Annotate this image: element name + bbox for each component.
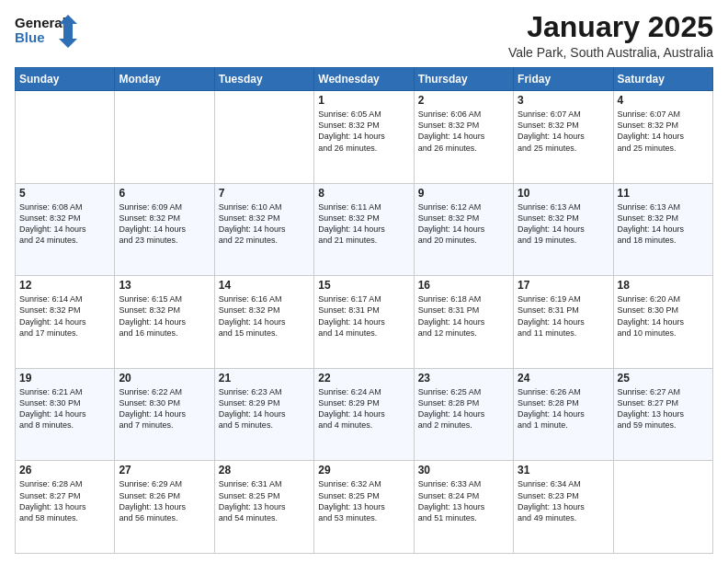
day-info: Sunrise: 6:32 AM Sunset: 8:25 PM Dayligh… <box>318 478 409 523</box>
calendar-cell: 10Sunrise: 6:13 AM Sunset: 8:32 PM Dayli… <box>514 183 613 276</box>
day-of-week-header: Friday <box>514 68 613 91</box>
day-info: Sunrise: 6:20 AM Sunset: 8:30 PM Dayligh… <box>618 293 709 339</box>
calendar-cell: 1Sunrise: 6:05 AM Sunset: 8:32 PM Daylig… <box>314 91 414 184</box>
day-number: 12 <box>19 279 110 292</box>
month-title: January 2025 <box>508 11 713 43</box>
day-number: 7 <box>219 187 310 200</box>
calendar-cell: 31Sunrise: 6:34 AM Sunset: 8:23 PM Dayli… <box>514 461 613 554</box>
day-info: Sunrise: 6:15 AM Sunset: 8:32 PM Dayligh… <box>119 293 210 339</box>
svg-text:General: General <box>15 15 66 30</box>
day-number: 9 <box>418 187 509 200</box>
calendar-cell: 15Sunrise: 6:17 AM Sunset: 8:31 PM Dayli… <box>314 276 414 369</box>
calendar-cell: 5Sunrise: 6:08 AM Sunset: 8:32 PM Daylig… <box>16 183 115 276</box>
day-number: 20 <box>119 372 210 385</box>
calendar-cell: 7Sunrise: 6:10 AM Sunset: 8:32 PM Daylig… <box>214 183 313 276</box>
day-number: 24 <box>518 372 609 385</box>
calendar-week-row: 5Sunrise: 6:08 AM Sunset: 8:32 PM Daylig… <box>16 183 713 276</box>
calendar-header-row: SundayMondayTuesdayWednesdayThursdayFrid… <box>16 68 713 91</box>
calendar-cell: 6Sunrise: 6:09 AM Sunset: 8:32 PM Daylig… <box>115 183 214 276</box>
day-info: Sunrise: 6:23 AM Sunset: 8:29 PM Dayligh… <box>219 386 310 431</box>
day-number: 31 <box>518 464 609 477</box>
calendar-cell: 14Sunrise: 6:16 AM Sunset: 8:32 PM Dayli… <box>214 276 313 369</box>
calendar-cell: 28Sunrise: 6:31 AM Sunset: 8:25 PM Dayli… <box>214 461 313 554</box>
day-number: 2 <box>418 94 509 107</box>
calendar-cell: 23Sunrise: 6:25 AM Sunset: 8:28 PM Dayli… <box>414 368 513 461</box>
day-number: 28 <box>219 464 310 477</box>
day-number: 18 <box>618 279 709 292</box>
calendar-cell: 11Sunrise: 6:13 AM Sunset: 8:32 PM Dayli… <box>613 183 712 276</box>
day-number: 25 <box>618 372 709 385</box>
day-info: Sunrise: 6:17 AM Sunset: 8:31 PM Dayligh… <box>318 293 409 339</box>
calendar-cell <box>16 91 115 184</box>
calendar-week-row: 26Sunrise: 6:28 AM Sunset: 8:27 PM Dayli… <box>16 461 713 554</box>
day-number: 26 <box>19 464 110 477</box>
calendar-cell: 24Sunrise: 6:26 AM Sunset: 8:28 PM Dayli… <box>514 368 613 461</box>
day-info: Sunrise: 6:12 AM Sunset: 8:32 PM Dayligh… <box>418 201 509 247</box>
day-info: Sunrise: 6:22 AM Sunset: 8:30 PM Dayligh… <box>119 386 210 431</box>
day-number: 8 <box>318 187 409 200</box>
day-info: Sunrise: 6:07 AM Sunset: 8:32 PM Dayligh… <box>618 109 709 154</box>
day-info: Sunrise: 6:25 AM Sunset: 8:28 PM Dayligh… <box>418 386 509 431</box>
calendar-cell <box>613 461 712 554</box>
location-title: Vale Park, South Australia, Australia <box>508 45 713 60</box>
day-number: 14 <box>219 279 310 292</box>
day-number: 6 <box>119 187 210 200</box>
calendar-cell: 9Sunrise: 6:12 AM Sunset: 8:32 PM Daylig… <box>414 183 513 276</box>
day-info: Sunrise: 6:34 AM Sunset: 8:23 PM Dayligh… <box>518 478 609 523</box>
day-info: Sunrise: 6:06 AM Sunset: 8:32 PM Dayligh… <box>418 109 509 154</box>
day-of-week-header: Thursday <box>414 68 513 91</box>
day-number: 29 <box>318 464 409 477</box>
header: General Blue January 2025 Vale Park, Sou… <box>15 11 713 60</box>
day-number: 23 <box>418 372 509 385</box>
logo-svg: General Blue <box>15 11 79 52</box>
day-number: 17 <box>518 279 609 292</box>
day-info: Sunrise: 6:11 AM Sunset: 8:32 PM Dayligh… <box>318 201 409 247</box>
day-info: Sunrise: 6:14 AM Sunset: 8:32 PM Dayligh… <box>19 293 110 339</box>
day-info: Sunrise: 6:13 AM Sunset: 8:32 PM Dayligh… <box>518 201 609 247</box>
day-info: Sunrise: 6:26 AM Sunset: 8:28 PM Dayligh… <box>518 386 609 431</box>
calendar-cell: 30Sunrise: 6:33 AM Sunset: 8:24 PM Dayli… <box>414 461 513 554</box>
day-number: 5 <box>19 187 110 200</box>
svg-text:Blue: Blue <box>15 29 45 45</box>
calendar-cell: 16Sunrise: 6:18 AM Sunset: 8:31 PM Dayli… <box>414 276 513 369</box>
day-number: 22 <box>318 372 409 385</box>
calendar-cell: 20Sunrise: 6:22 AM Sunset: 8:30 PM Dayli… <box>115 368 214 461</box>
day-info: Sunrise: 6:24 AM Sunset: 8:29 PM Dayligh… <box>318 386 409 431</box>
day-info: Sunrise: 6:08 AM Sunset: 8:32 PM Dayligh… <box>19 201 110 247</box>
day-number: 3 <box>518 94 609 107</box>
day-number: 19 <box>19 372 110 385</box>
calendar-cell: 18Sunrise: 6:20 AM Sunset: 8:30 PM Dayli… <box>613 276 712 369</box>
day-info: Sunrise: 6:05 AM Sunset: 8:32 PM Dayligh… <box>318 109 409 154</box>
calendar-cell: 22Sunrise: 6:24 AM Sunset: 8:29 PM Dayli… <box>314 368 414 461</box>
day-of-week-header: Sunday <box>16 68 115 91</box>
day-info: Sunrise: 6:21 AM Sunset: 8:30 PM Dayligh… <box>19 386 110 431</box>
day-number: 4 <box>618 94 709 107</box>
calendar-cell: 4Sunrise: 6:07 AM Sunset: 8:32 PM Daylig… <box>613 91 712 184</box>
calendar-table: SundayMondayTuesdayWednesdayThursdayFrid… <box>15 67 713 554</box>
calendar-cell: 8Sunrise: 6:11 AM Sunset: 8:32 PM Daylig… <box>314 183 414 276</box>
page: General Blue January 2025 Vale Park, Sou… <box>0 0 728 563</box>
day-number: 30 <box>418 464 509 477</box>
calendar-week-row: 1Sunrise: 6:05 AM Sunset: 8:32 PM Daylig… <box>16 91 713 184</box>
calendar-week-row: 19Sunrise: 6:21 AM Sunset: 8:30 PM Dayli… <box>16 368 713 461</box>
calendar-cell <box>214 91 313 184</box>
logo: General Blue <box>15 11 79 52</box>
day-number: 1 <box>318 94 409 107</box>
day-of-week-header: Tuesday <box>214 68 313 91</box>
calendar-cell: 12Sunrise: 6:14 AM Sunset: 8:32 PM Dayli… <box>16 276 115 369</box>
day-number: 13 <box>119 279 210 292</box>
calendar-week-row: 12Sunrise: 6:14 AM Sunset: 8:32 PM Dayli… <box>16 276 713 369</box>
calendar-cell: 27Sunrise: 6:29 AM Sunset: 8:26 PM Dayli… <box>115 461 214 554</box>
calendar-cell <box>115 91 214 184</box>
day-number: 11 <box>618 187 709 200</box>
calendar-cell: 29Sunrise: 6:32 AM Sunset: 8:25 PM Dayli… <box>314 461 414 554</box>
day-of-week-header: Monday <box>115 68 214 91</box>
day-info: Sunrise: 6:10 AM Sunset: 8:32 PM Dayligh… <box>219 201 310 247</box>
calendar-cell: 13Sunrise: 6:15 AM Sunset: 8:32 PM Dayli… <box>115 276 214 369</box>
day-info: Sunrise: 6:29 AM Sunset: 8:26 PM Dayligh… <box>119 478 210 523</box>
title-block: January 2025 Vale Park, South Australia,… <box>508 11 713 60</box>
calendar-cell: 19Sunrise: 6:21 AM Sunset: 8:30 PM Dayli… <box>16 368 115 461</box>
day-number: 10 <box>518 187 609 200</box>
day-number: 27 <box>119 464 210 477</box>
calendar-cell: 2Sunrise: 6:06 AM Sunset: 8:32 PM Daylig… <box>414 91 513 184</box>
